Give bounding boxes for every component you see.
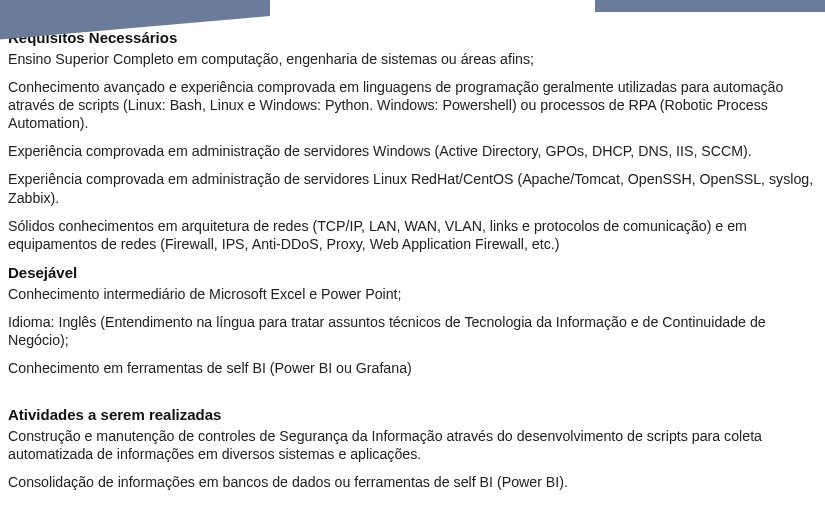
section-title-activities: Atividades a serem realizadas <box>8 405 817 425</box>
desirable-item: Conhecimento intermediário de Microsoft … <box>8 285 817 303</box>
activities-item: Construção e manutenção de controles de … <box>8 427 817 463</box>
header-right-bar <box>595 0 825 12</box>
section-title-desirable: Desejável <box>8 263 817 283</box>
necessary-item: Ensino Superior Completo em computação, … <box>8 50 817 68</box>
necessary-item: Sólidos conhecimentos em arquitetura de … <box>8 217 817 253</box>
necessary-item: Conhecimento avançado e experiência comp… <box>8 78 817 133</box>
section-title-necessary: Requisitos Necessários <box>8 28 817 48</box>
desirable-item: Idioma: Inglês (Entendimento na língua p… <box>8 313 817 349</box>
necessary-item: Experiência comprovada em administração … <box>8 170 817 206</box>
desirable-item: Conhecimento em ferramentas de self BI (… <box>8 359 817 377</box>
activities-item: Consolidação de informações em bancos de… <box>8 473 817 491</box>
necessary-item: Experiência comprovada em administração … <box>8 142 817 160</box>
document-body: Requisitos Necessários Ensino Superior C… <box>0 0 825 491</box>
header-decoration <box>0 0 825 18</box>
